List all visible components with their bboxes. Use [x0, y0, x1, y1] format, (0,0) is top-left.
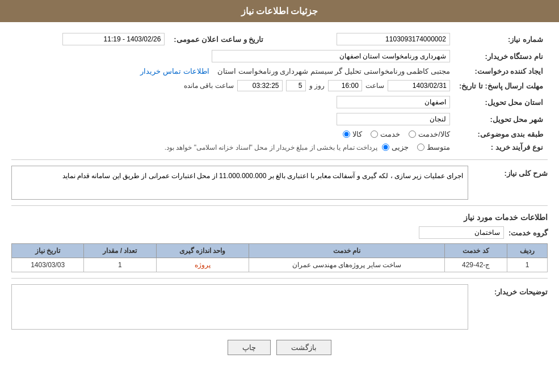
row-city: شهر محل تحویل: [11, 111, 548, 128]
page-header: جزئیات اطلاعات نیاز [0, 0, 559, 22]
col-header-unit: واحد اندازه گیری [156, 244, 249, 258]
need-number-label: شماره نیاز: [455, 31, 548, 48]
province-label: استان محل تحویل: [455, 94, 548, 111]
service-group-input[interactable] [419, 226, 504, 239]
creator-label: ایجاد کننده درخواست: [455, 65, 548, 78]
row-process: نوع فرآیند خرید : متوسط جزیی [11, 141, 548, 154]
process-option-1[interactable]: جزیی [382, 143, 409, 151]
deadline-remaining-label: ساعت باقی مانده [184, 82, 234, 90]
row-need-number: شماره نیاز: تاریخ و ساعت اعلان عمومی: [11, 31, 548, 48]
print-button[interactable]: چاپ [228, 340, 271, 355]
cell-qty: 1 [84, 258, 156, 272]
city-label: شهر محل تحویل: [455, 111, 548, 128]
service-group-label: گروه خدمت: [508, 229, 548, 237]
deadline-remaining-input[interactable] [237, 80, 283, 91]
info-table: شماره نیاز: تاریخ و ساعت اعلان عمومی: نا… [11, 31, 548, 154]
process-option-2[interactable]: متوسط [417, 143, 450, 151]
cell-code: ج-42-429 [445, 258, 507, 272]
description-label: شرح کلی نیاز: [468, 166, 548, 178]
creator-text: مجتبی کاظمی ورنامخواستی تحلیل گر سیستم ش… [217, 67, 450, 75]
page-wrapper: جزئیات اطلاعات نیاز شماره نیاز: تاریخ و … [0, 0, 559, 392]
announce-date-label: تاریخ و ساعت اعلان عمومی: [169, 31, 280, 48]
buyer-name-label: نام دستگاه خریدار: [455, 48, 548, 65]
col-header-qty: تعداد / مقدار [84, 244, 156, 258]
row-deadline: مهلت ارسال پاسخ: تا تاریخ: ساعت روز و سا… [11, 78, 548, 94]
deadline-label: مهلت ارسال پاسخ: تا تاریخ: [455, 78, 548, 94]
col-header-name: نام خدمت [249, 244, 445, 258]
description-section: شرح کلی نیاز: اجرای عملیات زیر سازی ، لک… [11, 166, 548, 200]
process-row: متوسط جزیی پرداخت تمام یا بخشی از مبلغ خ… [16, 143, 450, 151]
city-input[interactable] [337, 113, 450, 125]
category-option-1[interactable]: کالا [343, 130, 362, 138]
deadline-days-input[interactable] [286, 80, 306, 91]
process-label: نوع فرآیند خرید : [455, 141, 548, 154]
row-province: استان محل تحویل: [11, 94, 548, 111]
divider-2 [11, 205, 548, 206]
services-table-head: ردیف کد خدمت نام خدمت واحد اندازه گیری ت… [12, 244, 548, 258]
services-table-body: 1 ج-42-429 ساخت سایر پروژه‌های مهندسی عم… [12, 258, 548, 272]
deadline-days-label: روز و [309, 82, 325, 90]
cell-unit: پروژه [156, 258, 249, 272]
process-note: پرداخت تمام یا بخشی از مبلغ خریدار از مح… [165, 144, 377, 151]
deadline-date-input[interactable] [388, 80, 450, 91]
services-table-header-row: ردیف کد خدمت نام خدمت واحد اندازه گیری ت… [12, 244, 548, 258]
deadline-row: ساعت روز و ساعت باقی مانده [16, 80, 450, 91]
table-row: 1 ج-42-429 ساخت سایر پروژه‌های مهندسی عم… [12, 258, 548, 272]
buyer-desc-textarea[interactable] [11, 284, 468, 330]
category-radio-1[interactable] [343, 130, 350, 138]
service-group-row: گروه خدمت: [11, 226, 548, 239]
back-button[interactable]: بازگشت [276, 340, 331, 355]
services-title: اطلاعات خدمات مورد نیاز [11, 213, 548, 222]
deadline-time-label: ساعت [365, 82, 384, 90]
buyer-name-input[interactable] [212, 50, 450, 62]
process-radio-1[interactable] [382, 144, 389, 151]
buttons-row: بازگشت چاپ [11, 340, 548, 366]
category-option-2[interactable]: خدمت [371, 130, 400, 138]
col-header-date: تاریخ نیاز [12, 244, 84, 258]
row-category: طبقه بندی موضوعی: کالا/خدمت خدمت [11, 128, 548, 141]
category-radio-2[interactable] [371, 130, 378, 138]
buyer-desc-section: توضیحات خریدار: [11, 284, 548, 331]
row-buyer-name: نام دستگاه خریدار: [11, 48, 548, 65]
cell-name: ساخت سایر پروژه‌های مهندسی عمران [249, 258, 445, 272]
divider-1 [11, 159, 548, 160]
page-title: جزئیات اطلاعات نیاز [241, 6, 318, 16]
category-label: طبقه بندی موضوعی: [455, 128, 548, 141]
category-radio-group: کالا/خدمت خدمت کالا [16, 130, 450, 138]
row-creator: ایجاد کننده درخواست: مجتبی کاظمی ورنامخو… [11, 65, 548, 78]
services-table: ردیف کد خدمت نام خدمت واحد اندازه گیری ت… [11, 243, 548, 272]
cell-date: 1403/03/03 [12, 258, 84, 272]
buyer-desc-label: توضیحات خریدار: [468, 284, 548, 296]
cell-row: 1 [507, 258, 547, 272]
category-option-3[interactable]: کالا/خدمت [409, 130, 450, 138]
province-input[interactable] [337, 96, 450, 108]
deadline-time-input[interactable] [328, 80, 362, 91]
announce-date-input[interactable] [62, 33, 165, 45]
divider-3 [11, 278, 548, 279]
need-number-input[interactable] [337, 33, 450, 45]
description-text: اجرای عملیات زیر سازی ، لکه گیری و آسفال… [11, 166, 468, 200]
category-radio-3[interactable] [409, 130, 416, 138]
col-header-code: کد خدمت [445, 244, 507, 258]
process-radio-2[interactable] [417, 144, 424, 151]
main-content: شماره نیاز: تاریخ و ساعت اعلان عمومی: نا… [0, 22, 559, 375]
creator-contact-link[interactable]: اطلاعات تماس خریدار [140, 67, 209, 75]
process-radio-group: متوسط جزیی [382, 143, 450, 151]
col-header-row: ردیف [507, 244, 547, 258]
